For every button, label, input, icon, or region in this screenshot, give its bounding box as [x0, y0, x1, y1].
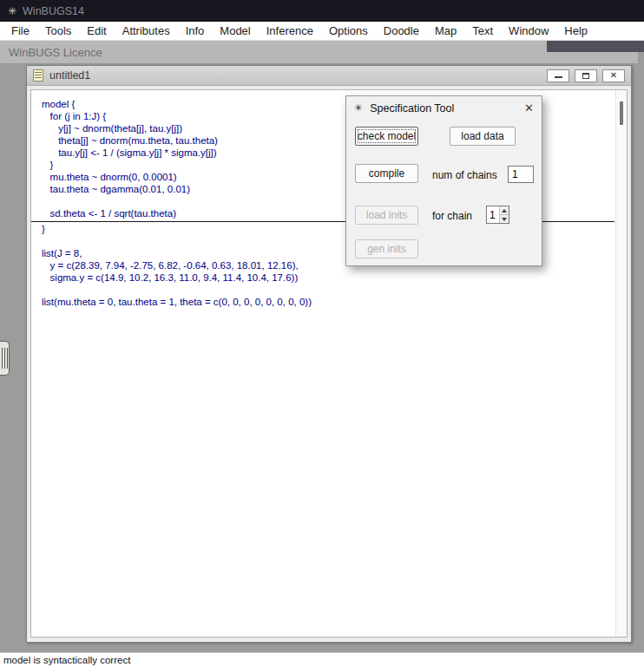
- menu-item-options[interactable]: Options: [321, 24, 376, 37]
- menu-item-window[interactable]: Window: [501, 24, 556, 37]
- document-titlebar[interactable]: untitled1 ✕: [27, 66, 631, 86]
- for-chain-value[interactable]: 1: [487, 206, 499, 223]
- winbugs-logo-icon: ✳: [8, 6, 16, 16]
- close-icon: ✕: [610, 71, 617, 80]
- code-line: [42, 284, 614, 296]
- status-text: model is syntactically correct: [3, 655, 130, 665]
- for-chain-label: for chain: [432, 210, 472, 222]
- licence-window-titlebar[interactable]: WinBUGS Licence: [0, 41, 638, 64]
- num-of-chains-label: num of chains: [432, 169, 497, 181]
- app-title: WinBUGS14: [23, 5, 84, 17]
- load-data-button[interactable]: load data: [450, 127, 516, 146]
- load-inits-button[interactable]: load inits: [355, 206, 418, 225]
- grip-icon: [2, 348, 8, 369]
- spec-titlebar[interactable]: ✳ Specification Tool ✕: [346, 96, 542, 120]
- scrollbar-thumb[interactable]: [620, 101, 623, 125]
- menu-item-attributes[interactable]: Attributes: [115, 24, 178, 37]
- gen-inits-button[interactable]: gen inits: [355, 239, 418, 258]
- menu-item-doodle[interactable]: Doodle: [376, 24, 427, 37]
- minimize-icon: [555, 76, 562, 78]
- menu-item-help[interactable]: Help: [556, 24, 595, 37]
- code-line: list(mu.theta = 0, tau.theta = 1, theta …: [42, 296, 614, 308]
- compile-button[interactable]: compile: [355, 164, 418, 183]
- status-bar: model is syntactically correct: [0, 652, 644, 667]
- menu-item-file[interactable]: File: [3, 24, 37, 37]
- document-icon: [33, 69, 43, 82]
- spinner-up-button[interactable]: [500, 206, 509, 215]
- menu-item-text[interactable]: Text: [464, 24, 501, 37]
- specification-tool-dialog: ✳ Specification Tool ✕ check model load …: [345, 95, 542, 266]
- check-model-button[interactable]: check model: [355, 127, 418, 146]
- menu-item-inference[interactable]: Inference: [259, 24, 321, 37]
- document-title: untitled1: [49, 69, 90, 82]
- maximize-icon: [582, 73, 589, 79]
- for-chain-spinner[interactable]: 1: [486, 206, 509, 224]
- spinner-arrows: [499, 206, 509, 223]
- menu-bar: FileToolsEditAttributesInfoModelInferenc…: [0, 22, 644, 41]
- menu-item-tools[interactable]: Tools: [37, 24, 79, 37]
- chevron-up-icon: [502, 209, 507, 213]
- dialog-close-icon[interactable]: ✕: [524, 102, 534, 114]
- menu-item-edit[interactable]: Edit: [79, 24, 114, 37]
- close-button[interactable]: ✕: [602, 69, 625, 82]
- window-controls: ✕: [547, 69, 625, 82]
- menu-item-info[interactable]: Info: [178, 24, 213, 37]
- chevron-down-icon: [502, 218, 507, 221]
- winbugs-logo-icon: ✳: [354, 103, 362, 113]
- num-of-chains-input[interactable]: [508, 166, 534, 183]
- winbugs-app: ✳ WinBUGS14 FileToolsEditAttributesInfoM…: [0, 0, 644, 667]
- workspace-corner: [547, 41, 644, 52]
- licence-window-title: WinBUGS Licence: [9, 46, 102, 59]
- vertical-scrollbar[interactable]: [615, 90, 627, 637]
- minimize-button[interactable]: [547, 69, 569, 82]
- app-titlebar[interactable]: ✳ WinBUGS14: [0, 0, 644, 22]
- maximize-button[interactable]: [575, 69, 597, 82]
- fold-handle[interactable]: [0, 341, 10, 376]
- code-line: sigma.y = c(14.9, 10.2, 16.3, 11.0, 9.4,…: [42, 271, 614, 284]
- spec-dialog-title: Specification Tool: [370, 102, 454, 114]
- menu-item-map[interactable]: Map: [427, 24, 464, 37]
- menu-item-model[interactable]: Model: [212, 24, 258, 37]
- spinner-down-button[interactable]: [500, 215, 509, 223]
